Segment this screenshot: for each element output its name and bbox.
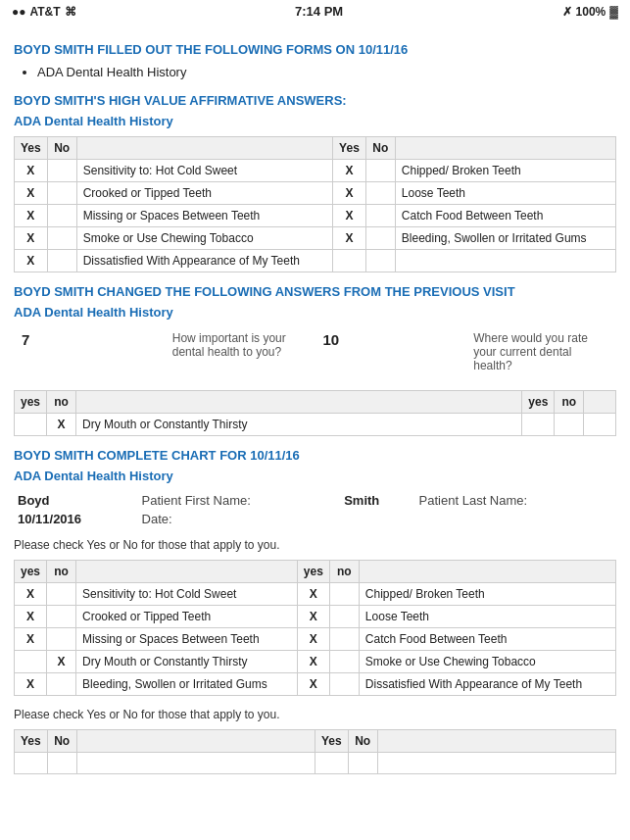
col-no1-complete: no xyxy=(47,560,76,582)
yes1-cell: X xyxy=(15,181,48,204)
complete-table: yes no yes no X Sensitivity to: Hot Cold… xyxy=(14,560,616,696)
label2-cell: Loose Teeth xyxy=(395,181,615,204)
empty-cell xyxy=(377,752,615,773)
col-yes2-changed: yes xyxy=(522,390,555,413)
no1-cell xyxy=(47,582,76,605)
carrier-label: AT&T xyxy=(30,5,61,19)
empty-cell xyxy=(315,752,349,773)
col-label1-complete xyxy=(76,560,298,582)
no2-cell xyxy=(329,582,359,605)
battery-icon: ▓ xyxy=(609,5,618,19)
col-no1-changed: no xyxy=(47,390,76,413)
no1-cell: X xyxy=(47,413,76,435)
table-row: X Sensitivity to: Hot Cold Sweet X Chipp… xyxy=(15,159,616,181)
label1-cell: Smoke or Use Chewing Tobacco xyxy=(76,226,332,249)
label2-cell: Dissatisfied With Appearance of My Teeth xyxy=(359,672,615,695)
no1-cell xyxy=(47,226,76,249)
label1-cell: Crooked or Tipped Teeth xyxy=(76,605,298,627)
date-value: 10/11/2016 xyxy=(14,510,138,528)
col-yes2-complete: yes xyxy=(297,560,329,582)
rating1-label: How important is yourdental health to yo… xyxy=(172,331,308,359)
col-yes1: Yes xyxy=(15,136,48,159)
label1-cell: Dry Mouth or Constantly Thirsty xyxy=(76,413,522,435)
col-label1-changed xyxy=(76,390,522,413)
label1-cell: Bleeding, Swollen or Irritated Gums xyxy=(76,672,298,695)
high-value-heading: BOYD SMITH'S HIGH VALUE AFFIRMATIVE ANSW… xyxy=(14,93,616,108)
col-label2-bottom xyxy=(377,729,615,752)
table-row: X Missing or Spaces Between Teeth X Catc… xyxy=(15,204,616,226)
yes1-cell: X xyxy=(15,204,48,226)
no1-cell xyxy=(47,249,76,272)
rating1-value: 7 xyxy=(22,331,157,348)
label2-cell: Smoke or Use Chewing Tobacco xyxy=(359,650,615,672)
last-name-value: Smith xyxy=(340,491,414,510)
no2-cell xyxy=(329,650,359,672)
rating1-cell: 7 xyxy=(14,327,165,352)
patient-date-row: 10/11/2016 Date: xyxy=(14,510,616,528)
note1-text: Please check Yes or No for those that ap… xyxy=(14,538,616,552)
yes2-cell xyxy=(333,249,366,272)
col-label2-changed xyxy=(584,390,616,413)
complete-chart-sub-heading: ADA Dental Health History xyxy=(14,469,616,483)
col-yes1-changed: yes xyxy=(15,390,47,413)
no2-cell xyxy=(365,159,395,181)
label1-cell: Sensitivity to: Hot Cold Sweet xyxy=(76,582,298,605)
label1-cell: Missing or Spaces Between Teeth xyxy=(76,204,332,226)
table-row: X Dry Mouth or Constantly Thirsty X Smok… xyxy=(15,650,616,672)
patient-name-row: Boyd Patient First Name: Smith Patient L… xyxy=(14,491,616,510)
col-no2-changed: no xyxy=(555,390,584,413)
col-yes2: Yes xyxy=(333,136,366,159)
col-no1-bottom: No xyxy=(47,729,76,752)
no2-cell xyxy=(365,226,395,249)
col-yes1-complete: yes xyxy=(15,560,47,582)
filled-out-form-item: ADA Dental Health History xyxy=(37,63,616,83)
rating2-cell: 10 xyxy=(315,327,466,352)
empty-cell xyxy=(47,752,76,773)
yes1-cell: X xyxy=(15,605,47,627)
col-no1: No xyxy=(47,136,76,159)
no1-cell xyxy=(47,672,76,695)
no1-cell xyxy=(47,605,76,627)
yes2-cell: X xyxy=(333,226,366,249)
battery-label: 100% xyxy=(576,5,606,19)
col-label2 xyxy=(395,136,615,159)
yes2-cell: X xyxy=(297,650,329,672)
yes1-cell: X xyxy=(15,226,48,249)
changed-sub-heading: ADA Dental Health History xyxy=(14,305,616,320)
time-display: 7:14 PM xyxy=(295,4,343,19)
label2-cell: Loose Teeth xyxy=(359,605,615,627)
no2-cell xyxy=(365,181,395,204)
yes1-cell: X xyxy=(15,249,48,272)
label1-cell: Dry Mouth or Constantly Thirsty xyxy=(76,650,298,672)
no1-cell xyxy=(47,204,76,226)
label2-cell xyxy=(584,413,616,435)
changed-ratings-row: 7 How important is yourdental health to … xyxy=(14,327,616,376)
complete-chart-heading: BOYD SMITH COMPLETE CHART FOR 10/11/16 xyxy=(14,448,616,463)
no1-cell xyxy=(47,627,76,650)
label1-cell: Dissatisfied With Appearance of My Teeth xyxy=(76,249,332,272)
empty-cell xyxy=(15,752,48,773)
bottom-table: Yes No Yes No xyxy=(14,729,616,774)
col-yes2-bottom: Yes xyxy=(315,729,349,752)
col-no2-bottom: No xyxy=(348,729,377,752)
label2-cell xyxy=(395,249,615,272)
filled-out-heading: BOYD SMITH FILLED OUT THE FOLLOWING FORM… xyxy=(14,42,616,57)
rating2-label-cell: Where would you rateyour current dentalh… xyxy=(465,327,616,376)
wifi-icon: ⌘ xyxy=(65,5,76,19)
yes2-cell: X xyxy=(333,159,366,181)
label2-cell: Chipped/ Broken Teeth xyxy=(395,159,615,181)
label2-cell: Catch Food Between Teeth xyxy=(395,204,615,226)
main-content: BOYD SMITH FILLED OUT THE FOLLOWING FORM… xyxy=(0,23,630,806)
label1-cell: Crooked or Tipped Teeth xyxy=(76,181,332,204)
no2-cell xyxy=(329,672,359,695)
label1-cell: Missing or Spaces Between Teeth xyxy=(76,627,298,650)
first-name-value: Boyd xyxy=(14,491,138,510)
filled-out-forms-list: ADA Dental Health History xyxy=(14,63,616,83)
table-row: X Crooked or Tipped Teeth X Loose Teeth xyxy=(15,181,616,204)
col-no2-complete: no xyxy=(329,560,359,582)
yes2-cell: X xyxy=(333,204,366,226)
yes1-cell: X xyxy=(15,159,48,181)
label1-cell: Sensitivity to: Hot Cold Sweet xyxy=(76,159,332,181)
yes2-cell xyxy=(522,413,555,435)
rating2-value: 10 xyxy=(323,331,459,348)
